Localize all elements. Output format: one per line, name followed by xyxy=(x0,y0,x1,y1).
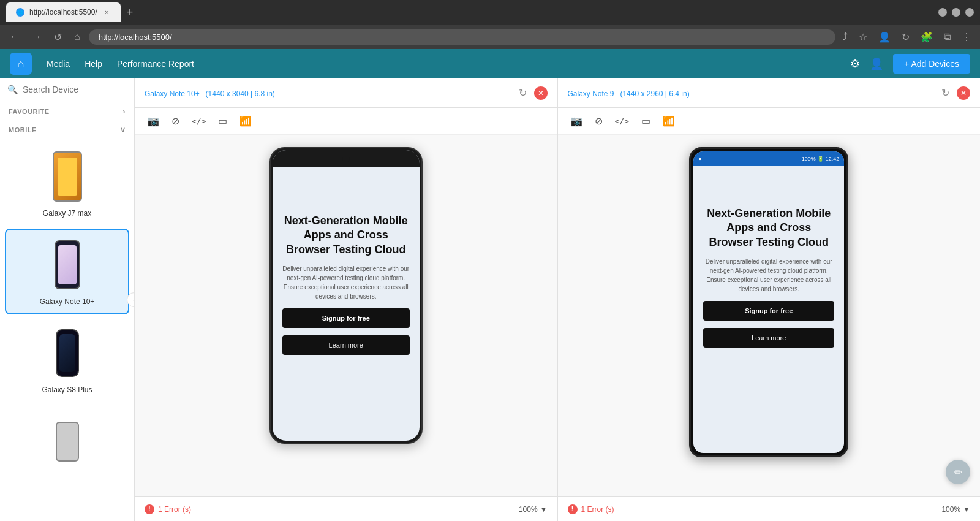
screenshot-icon-left[interactable]: 📷 xyxy=(145,113,162,129)
forward-button[interactable]: → xyxy=(28,29,45,45)
rotate-button-left[interactable]: ↻ xyxy=(516,85,529,101)
tag-icon-left[interactable]: ⊘ xyxy=(169,113,182,129)
tab-list: 🌐 http://localhost:5500/ ✕ + xyxy=(6,2,137,22)
code-icon-left[interactable]: </> xyxy=(189,114,208,128)
share-icon[interactable]: ⤴ xyxy=(840,29,850,45)
device-name-s8: Galaxy S8 Plus xyxy=(16,386,118,394)
fab-button[interactable]: ✏ xyxy=(946,460,970,484)
media-nav-link[interactable]: Media xyxy=(47,59,70,69)
video-icon-left[interactable]: ▭ xyxy=(216,113,230,129)
wifi-icon-left[interactable]: 📶 xyxy=(237,113,254,129)
mobile-section-header[interactable]: MOBILE ∨ xyxy=(0,120,134,138)
profile-icon[interactable]: 👤 xyxy=(876,29,893,45)
tab-favicon: 🌐 xyxy=(16,8,24,17)
browser-tab-bar: 🌐 http://localhost:5500/ ✕ + — □ ✕ xyxy=(0,0,980,25)
screen-headline-right: Next-Generation Mobile Apps and Cross Br… xyxy=(703,207,834,249)
panel-device-name-right: Galaxy Note 9 xyxy=(568,89,614,98)
add-devices-button[interactable]: + Add Devices xyxy=(893,54,970,74)
device-name-j7: Galaxy J7 max xyxy=(16,209,118,218)
panel-content-left: Next-Generation Mobile Apps and Cross Br… xyxy=(135,135,557,496)
video-icon-right[interactable]: ▭ xyxy=(639,113,653,129)
user-profile-icon[interactable]: 👤 xyxy=(870,57,883,70)
active-tab[interactable]: 🌐 http://localhost:5500/ ✕ xyxy=(6,2,121,22)
browser-extension-icons: ⤴ ☆ 👤 ↻ 🧩 ⧉ ⋮ xyxy=(840,29,974,45)
device-item-s8-plus[interactable]: Galaxy S8 Plus xyxy=(5,317,129,403)
favourite-chevron-icon: › xyxy=(123,107,126,116)
note10-screen: Next-Generation Mobile Apps and Cross Br… xyxy=(273,150,420,441)
tag-icon-right[interactable]: ⊘ xyxy=(592,113,605,129)
device-thumb-j7 xyxy=(49,149,86,204)
home-nav-button[interactable]: ⌂ xyxy=(10,53,32,75)
bookmark-icon[interactable]: ☆ xyxy=(856,29,870,45)
panel-footer-left: ! 1 Error (s) 100% ▼ xyxy=(135,496,557,521)
screen-subtext-right: Deliver unparalleled digital experience … xyxy=(703,257,834,294)
tab-close-button[interactable]: ✕ xyxy=(102,8,111,17)
device-item-unknown[interactable] xyxy=(5,405,129,482)
note9-screen: ● 100% 🔋 12:42 Next-Generation Mobile Ap… xyxy=(693,151,844,453)
address-input[interactable] xyxy=(89,29,835,45)
panels-area: Galaxy Note 10+ (1440 x 3040 | 6.8 in) ↻… xyxy=(135,78,980,521)
panel-header-right: Galaxy Note 9 (1440 x 2960 | 6.4 in) ↻ ✕ xyxy=(558,78,981,108)
reload-button[interactable]: ↺ xyxy=(50,29,66,45)
panel-toolbar-right: 📷 ⊘ </> ▭ 📶 xyxy=(558,108,981,135)
menu-icon[interactable]: ⋮ xyxy=(959,29,974,45)
screenshot-icon-right[interactable]: 📷 xyxy=(568,113,585,129)
app-container: ⌂ Media Help Performance Report ⚙ 👤 + Ad… xyxy=(0,49,980,521)
zoom-value-right: 100% xyxy=(941,505,960,514)
panel-actions-left: ↻ ✕ xyxy=(516,85,548,101)
phone-note10-illustration xyxy=(55,240,80,289)
sidebar: 🔍 FAVOURITE › MOBILE ∨ Galaxy J7 max xyxy=(0,78,135,521)
learn-more-button-left[interactable]: Learn more xyxy=(282,335,410,355)
home-button[interactable]: ⌂ xyxy=(70,29,84,45)
note9-status-bar: ● 100% 🔋 12:42 xyxy=(693,151,844,166)
panel-device-specs-left: (1440 x 3040 | 6.8 in) xyxy=(206,89,275,98)
learn-more-button-right[interactable]: Learn more xyxy=(703,328,834,348)
note10-frame: Next-Generation Mobile Apps and Cross Br… xyxy=(270,147,423,444)
minimize-button[interactable]: — xyxy=(938,8,947,17)
close-panel-button-left[interactable]: ✕ xyxy=(534,86,548,100)
zoom-dropdown-right[interactable]: ▼ xyxy=(963,505,970,514)
sync-icon[interactable]: ↻ xyxy=(899,29,912,45)
maximize-button[interactable]: □ xyxy=(952,8,960,17)
device-name-note10: Galaxy Note 10+ xyxy=(16,297,118,306)
device-item-note10-plus[interactable]: Galaxy Note 10+ xyxy=(5,229,129,314)
favourite-label: FAVOURITE xyxy=(9,108,50,115)
device-item-j7-max[interactable]: Galaxy J7 max xyxy=(5,140,129,226)
performance-report-nav-link[interactable]: Performance Report xyxy=(117,59,194,69)
window-controls: — □ ✕ xyxy=(938,8,974,17)
error-badge-right: ! 1 Error (s) xyxy=(568,504,614,514)
new-tab-button[interactable]: + xyxy=(123,5,137,20)
rotate-button-right[interactable]: ↻ xyxy=(939,85,952,101)
search-icon: 🔍 xyxy=(7,85,18,94)
note9-frame: ● 100% 🔋 12:42 Next-Generation Mobile Ap… xyxy=(689,147,848,457)
favourite-section-header[interactable]: FAVOURITE › xyxy=(0,101,134,120)
mobile-chevron-icon: ∨ xyxy=(120,126,126,134)
screen-subtext-left: Deliver unparalleled digital experience … xyxy=(282,264,410,301)
close-window-button[interactable]: ✕ xyxy=(965,8,974,17)
notch-camera xyxy=(342,155,350,162)
signup-button-right[interactable]: Signup for free xyxy=(703,301,834,321)
zoom-dropdown-left[interactable]: ▼ xyxy=(540,505,548,514)
signup-button-left[interactable]: Signup for free xyxy=(282,308,410,328)
close-panel-button-right[interactable]: ✕ xyxy=(957,86,970,100)
search-box: 🔍 xyxy=(0,78,134,101)
wifi-icon-right[interactable]: 📶 xyxy=(660,113,677,129)
error-dot-right: ! xyxy=(568,504,578,514)
help-nav-link[interactable]: Help xyxy=(85,59,102,69)
screen-headline-left: Next-Generation Mobile Apps and Cross Br… xyxy=(282,214,410,257)
note10-status-bar xyxy=(273,150,420,167)
code-icon-right[interactable]: </> xyxy=(612,114,631,128)
note9-battery-time: 100% 🔋 12:42 xyxy=(802,156,840,162)
split-icon[interactable]: ⧉ xyxy=(941,29,953,45)
tab-title: http://localhost:5500/ xyxy=(29,8,97,17)
settings-icon[interactable]: ⚙ xyxy=(850,57,860,70)
panel-toolbar-left: 📷 ⊘ </> ▭ 📶 xyxy=(135,108,557,135)
extensions-icon[interactable]: 🧩 xyxy=(918,29,935,45)
phone-small-illustration xyxy=(56,422,79,462)
top-nav-right: ⚙ 👤 + Add Devices xyxy=(850,54,970,74)
back-button[interactable]: ← xyxy=(6,29,23,45)
mobile-frame-note10: Next-Generation Mobile Apps and Cross Br… xyxy=(270,147,423,444)
phone-s8-illustration xyxy=(56,329,79,377)
search-input[interactable] xyxy=(23,85,127,94)
panel-title-left: Galaxy Note 10+ (1440 x 3040 | 6.8 in) xyxy=(145,88,275,98)
